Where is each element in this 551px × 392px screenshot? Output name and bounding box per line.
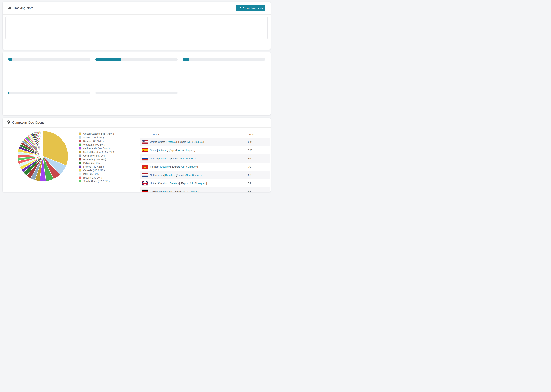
bar-chart-icon (8, 6, 11, 10)
legend-label: Brazil ( 33 / 2% ) (83, 176, 102, 179)
export-all-link[interactable]: All › (178, 149, 183, 152)
details-link[interactable]: Details › (158, 149, 167, 152)
legend-label: South Africa ( 29 / 2% ) (83, 180, 110, 183)
bracket-close: ] (202, 174, 202, 176)
flag-icon-ru (142, 156, 148, 161)
country-cell: Germany [Details ›] [Export: All › / Uni… (150, 190, 248, 192)
legend-color-swatch (79, 147, 81, 150)
legend-color-swatch (79, 151, 81, 153)
stat-row (183, 69, 265, 74)
pie-slice-other[interactable] (42, 131, 43, 156)
table-row-spain: Spain [Details ›] [Export: All › / Uniqu… (140, 146, 270, 154)
legend-label: Italy ( 36 / 2% ) (83, 172, 100, 175)
rate-progress-track (183, 58, 265, 61)
dotted-leader (9, 69, 89, 71)
export-all-link[interactable]: All › (182, 190, 186, 192)
country-name: Vietnam [ (150, 165, 161, 168)
table-row-united-states: United States [Details ›] [Export: All ›… (140, 138, 270, 146)
details-link[interactable]: Details › (159, 157, 169, 160)
export-all-link[interactable]: All › (179, 157, 184, 160)
legend-label: United Kingdom ( 59 / 3% ) (83, 151, 114, 154)
legend-label: Russia ( 86 / 5% ) (83, 140, 104, 142)
details-link[interactable]: Details › (170, 182, 179, 185)
legend-color-swatch (79, 165, 81, 168)
column-header-country: Country (150, 133, 248, 136)
flag-icon-de (142, 189, 148, 192)
stat-row (8, 69, 90, 74)
country-cell: United States [Details ›] [Export: All ›… (150, 140, 248, 143)
bracket-close: ] (198, 190, 199, 192)
flag-icon-gb (142, 181, 148, 185)
legend-item-italy: Italy ( 36 / 2% ) (79, 172, 114, 176)
slash-separator: / (194, 182, 197, 185)
legend-color-swatch (79, 169, 81, 172)
country-cell: Russia [Details ›] [Export: All › / Uniq… (150, 157, 248, 160)
dotted-leader (9, 64, 89, 66)
rate-rows (8, 97, 90, 102)
geo-opens-pie-chart (17, 131, 68, 182)
flag-icon-vn (142, 165, 148, 169)
rates-card (3, 52, 270, 115)
export-basic-stats-button[interactable]: Export basic stats (236, 5, 265, 11)
rate-progress-fill (8, 92, 9, 94)
stat-column-unsubscribes (110, 16, 163, 39)
flag-icon-es (142, 148, 148, 152)
stat-column-clicks (58, 16, 110, 39)
map-pin-icon (7, 120, 10, 125)
export-unique-link[interactable]: Unique › (186, 157, 196, 160)
export-unique-link[interactable]: Unique › (192, 174, 202, 176)
export-unique-link[interactable]: Unique › (194, 140, 203, 143)
export-unique-link[interactable]: Unique › (185, 149, 194, 152)
legend-label: Romania ( 49 / 3% ) (83, 158, 106, 161)
pie-legend: United States ( 541 / 31% ) Spain ( 121 … (79, 132, 114, 183)
table-row-germany: Germany [Details ›] [Export: All › / Uni… (140, 188, 270, 192)
legend-color-swatch (79, 158, 81, 161)
stat-row (8, 64, 90, 69)
legend-label: India ( 46 / 3% ) (83, 161, 101, 164)
export-prefix: ] [Export: (175, 174, 185, 176)
bracket-close: ] (196, 157, 197, 160)
rate-progress-track (95, 92, 178, 94)
details-link[interactable]: Details › (165, 174, 175, 176)
bracket-close: ] (194, 149, 195, 152)
total-cell: 86 (248, 157, 270, 160)
legend-item-germany: Germany ( 55 / 3% ) (79, 154, 114, 157)
details-link[interactable]: Details › (161, 165, 170, 168)
country-name: United States [ (150, 140, 167, 143)
rate-progress-fill (183, 58, 188, 61)
stat-column-opens (6, 16, 58, 39)
slash-separator: / (190, 174, 192, 176)
flag-icon-us (142, 140, 148, 144)
rate-progress-track (8, 58, 90, 61)
tracking-stats-card: Tracking stats Export basic stats (3, 2, 270, 49)
export-unique-link[interactable]: Unique › (189, 190, 198, 192)
export-prefix: ] [Export: (167, 149, 178, 152)
export-all-link[interactable]: All › (190, 182, 194, 185)
country-cell: United Kingdom [Details ›] [Export: All … (150, 182, 248, 185)
export-unique-link[interactable]: Unique › (188, 165, 197, 168)
country-name: Germany [ (150, 190, 162, 192)
legend-label: France ( 42 / 2% ) (83, 165, 104, 168)
rate-block-complaints-rate (95, 90, 178, 102)
table-row-united-kingdom: United Kingdom [Details ›] [Export: All … (140, 179, 270, 188)
stat-row (95, 64, 178, 69)
details-link[interactable]: Details › (162, 190, 171, 192)
legend-item-netherlands: Netherlands ( 67 / 4% ) (79, 147, 114, 150)
country-name: United Kingdom [ (150, 182, 170, 185)
legend-color-swatch (79, 162, 81, 164)
export-unique-link[interactable]: Unique › (197, 182, 206, 185)
export-all-link[interactable]: All › (185, 174, 190, 176)
details-link[interactable]: Details › (167, 140, 176, 143)
stat-row (8, 74, 90, 78)
legend-label: United States ( 541 / 31% ) (83, 132, 114, 135)
slash-separator: / (185, 165, 188, 168)
legend-label: Vietnam ( 79 / 5% ) (83, 143, 105, 146)
export-all-link[interactable]: All › (187, 140, 191, 143)
export-all-link[interactable]: All › (181, 165, 185, 168)
rate-rows (8, 64, 90, 83)
dotted-leader (184, 64, 264, 66)
legend-color-swatch (79, 143, 81, 146)
stat-row (8, 78, 90, 84)
stat-row (8, 97, 90, 102)
legend-item-vietnam: Vietnam ( 79 / 5% ) (79, 143, 114, 147)
